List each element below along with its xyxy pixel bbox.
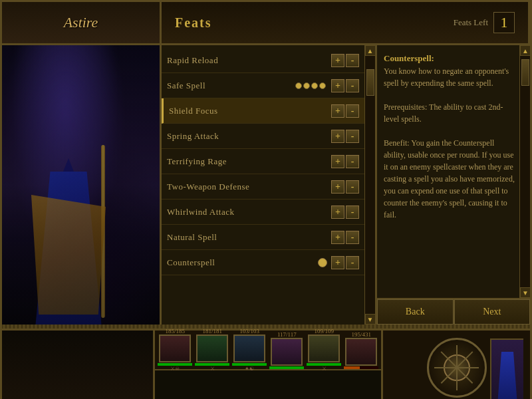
feat-add-button[interactable]: +	[331, 205, 344, 219]
feat-remove-button[interactable]: -	[346, 180, 359, 194]
feat-row[interactable]: Spring Attack+-	[162, 124, 364, 149]
feat-remove-button[interactable]: -	[346, 54, 359, 67]
feats-list-panel: Rapid Reload+-Safe Spell+-Shield Focus+-…	[162, 45, 377, 325]
feat-remove-button[interactable]: -	[346, 205, 359, 219]
hp-bar	[269, 366, 304, 369]
feat-remove-button[interactable]: -	[346, 155, 359, 168]
back-button[interactable]: Back	[377, 299, 454, 325]
feats-scroll-area: Rapid Reload+-Safe Spell+-Shield Focus+-…	[162, 45, 364, 325]
scroll-down-arrow[interactable]: ▼	[365, 314, 376, 325]
bottom-bar: 185/185⚔☠181/181⚔103/103✦☯117/117109/109…	[2, 329, 530, 399]
feats-left-label: Feats Left	[454, 17, 488, 28]
feat-row[interactable]: Safe Spell+-	[162, 73, 364, 98]
party-member[interactable]: 117/117	[269, 331, 304, 369]
party-member[interactable]: 109/109⚔	[307, 328, 341, 372]
party-stats: 185/185	[166, 328, 186, 334]
bottom-right-panel	[383, 331, 530, 399]
feat-add-button[interactable]: +	[331, 79, 344, 92]
desc-scrollbar[interactable]: ▲ ▼	[519, 45, 530, 298]
feat-add-button[interactable]: +	[331, 130, 344, 143]
party-portrait[interactable]	[345, 338, 377, 366]
desc-buttons: Back Next	[377, 298, 530, 325]
feat-add-button[interactable]: +	[331, 54, 344, 67]
description-title: Counterspell:	[384, 53, 434, 63]
party-bar: 185/185⚔☠181/181⚔103/103✦☯117/117109/109…	[155, 331, 381, 370]
feat-add-button[interactable]: +	[331, 231, 344, 244]
feat-equipped-indicator	[318, 258, 327, 267]
feats-header: Feats Feats Left 1	[162, 2, 530, 43]
portrait-art	[2, 45, 160, 325]
party-portrait[interactable]	[271, 338, 303, 366]
feats-title: Feats	[175, 15, 212, 31]
game-container: Astire Feats Feats Left 1	[0, 0, 532, 399]
party-member[interactable]: 185/185⚔☠	[158, 328, 192, 372]
feat-row[interactable]: Counterspell+-	[162, 250, 364, 275]
bottom-center-panel: 185/185⚔☠181/181⚔103/103✦☯117/117109/109…	[155, 331, 383, 399]
main-content: Rapid Reload+-Safe Spell+-Shield Focus+-…	[2, 45, 530, 325]
desc-panel-inner: Counterspell: You know how to negate an …	[377, 45, 530, 298]
feat-row[interactable]: Terrifying Rage+-	[162, 149, 364, 174]
desc-scroll-down[interactable]: ▼	[520, 287, 530, 298]
bottom-actions	[155, 370, 381, 399]
party-member[interactable]: 103/103✦☯	[232, 328, 267, 372]
feat-name: Two-Weapon Defense	[167, 182, 330, 192]
scroll-track	[365, 56, 375, 314]
scroll-thumb[interactable]	[366, 69, 374, 96]
feats-scrollbar[interactable]: ▲ ▼	[364, 45, 375, 325]
bottom-left-bg	[2, 331, 153, 399]
top-bar: Astire Feats Feats Left 1	[2, 2, 530, 45]
feat-add-button[interactable]: +	[331, 155, 344, 168]
feat-row[interactable]: Whirlwind Attack+-	[162, 200, 364, 225]
character-name: Astire	[64, 14, 98, 31]
feats-list-inner: Rapid Reload+-Safe Spell+-Shield Focus+-…	[162, 45, 375, 325]
wizard-avatar	[490, 338, 523, 399]
feat-remove-button[interactable]: -	[346, 231, 359, 244]
portrait-vignette	[2, 45, 160, 325]
feat-name: Rapid Reload	[167, 55, 330, 66]
party-portrait[interactable]	[308, 334, 340, 362]
feat-name: Whirlwind Attack	[167, 207, 330, 217]
feats-count: 1	[493, 12, 515, 33]
char-name-panel: Astire	[2, 2, 162, 43]
feat-add-button[interactable]: +	[331, 180, 344, 194]
feat-dot	[295, 82, 302, 89]
hp-fill	[269, 366, 304, 369]
feat-add-button[interactable]: +	[331, 104, 344, 118]
feat-dot	[311, 82, 318, 89]
feat-row[interactable]: Shield Focus+-	[162, 98, 364, 124]
feat-remove-button[interactable]: -	[346, 256, 359, 269]
feat-row[interactable]: Two-Weapon Defense+-	[162, 174, 364, 200]
party-stats: 195/431	[352, 331, 372, 338]
feat-name: Counterspell	[167, 257, 318, 268]
next-button[interactable]: Next	[454, 299, 531, 325]
feat-dot	[303, 82, 310, 89]
party-member[interactable]: 195/431	[344, 331, 378, 369]
party-stats: 103/103	[240, 328, 260, 334]
party-portrait[interactable]	[233, 334, 265, 362]
party-portrait[interactable]	[159, 334, 191, 362]
feat-row[interactable]: Rapid Reload+-	[162, 48, 364, 73]
compass-area	[383, 331, 530, 399]
party-member[interactable]: 181/181⚔	[195, 328, 229, 372]
feat-remove-button[interactable]: -	[346, 104, 359, 118]
feat-name: Natural Spell	[167, 232, 330, 243]
party-stats: 117/117	[277, 331, 297, 338]
feat-row[interactable]: Natural Spell+-	[162, 225, 364, 250]
desc-scroll-up[interactable]: ▲	[520, 45, 530, 56]
compass-wheel[interactable]	[427, 338, 487, 398]
feat-remove-button[interactable]: -	[346, 79, 359, 92]
feat-name: Terrifying Rage	[167, 156, 330, 167]
party-portrait[interactable]	[196, 334, 228, 362]
feat-remove-button[interactable]: -	[346, 130, 359, 143]
feat-name: Shield Focus	[169, 106, 330, 116]
feat-add-button[interactable]: +	[331, 256, 344, 269]
feat-dots	[295, 82, 326, 89]
feat-dot	[319, 82, 326, 89]
hp-fill	[344, 366, 359, 369]
feat-name: Safe Spell	[167, 80, 295, 91]
desc-scroll-thumb[interactable]	[521, 59, 529, 86]
description-body: You know how to negate an opponent's spe…	[384, 66, 515, 219]
scroll-up-arrow[interactable]: ▲	[365, 45, 376, 56]
portrait-panel	[2, 45, 162, 325]
description-text: Counterspell: You know how to negate an …	[384, 52, 517, 221]
